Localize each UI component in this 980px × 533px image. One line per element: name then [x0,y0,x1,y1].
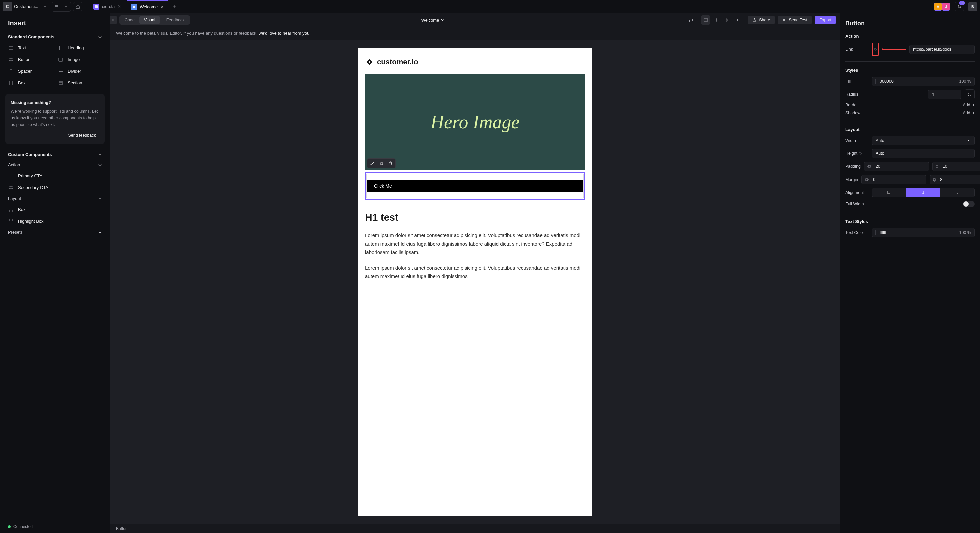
reset-indicator[interactable] [872,43,879,56]
expand-radius-icon[interactable] [965,89,975,99]
canvas-paragraph[interactable]: Lorem ipsum dolor sit amet consectetur a… [365,231,585,257]
component-text[interactable]: Text [5,42,55,54]
avatar-a[interactable]: A [934,3,942,11]
workspace-name[interactable]: Customer.i... [14,4,38,9]
export-button[interactable]: Export [815,16,836,24]
fill-input[interactable]: 100 % [872,77,975,86]
canvas-cta-button[interactable]: Click Me [367,180,583,192]
align-left[interactable] [872,188,906,197]
padding-h-input[interactable] [874,162,929,171]
component-heading[interactable]: Heading [55,42,105,54]
notifications-icon[interactable]: 19 [955,2,964,11]
cc-box[interactable]: Box [5,204,105,215]
send-feedback-link[interactable]: Send feedback › [11,132,99,139]
workspace-chevron-icon[interactable] [40,2,50,11]
custom-components-header[interactable]: Custom Components [0,149,110,160]
list-icon[interactable] [52,2,61,11]
align-right[interactable] [940,188,974,197]
home-icon[interactable] [73,2,82,11]
add-tab-icon[interactable]: + [170,2,179,11]
canvas-h1[interactable]: H1 test [365,212,585,223]
hero-image[interactable]: Hero Image [365,74,585,171]
fill-hex-input[interactable] [878,77,956,86]
svg-point-14 [727,20,728,21]
collapse-sidebar-icon[interactable] [110,16,117,24]
close-icon[interactable]: ✕ [160,4,164,10]
undo-icon[interactable] [676,15,685,25]
presets-group-header[interactable]: Presets [0,227,110,238]
workspace-badge[interactable]: C [3,2,12,11]
close-icon[interactable]: ✕ [117,4,121,9]
component-section[interactable]: Section [55,77,105,89]
properties-panel: Button Action Link Styles Fill 100 % Rad… [840,13,980,533]
component-button[interactable]: Button [5,54,55,65]
selected-element[interactable]: Click Me [365,172,585,200]
component-divider[interactable]: Divider [55,65,105,77]
section-label: Custom Components [8,152,52,157]
email-canvas[interactable]: customer.io Hero Image [358,48,592,516]
trash-icon[interactable] [386,159,395,168]
text-icon [8,46,14,50]
textcolor-hex-input[interactable] [878,228,956,237]
textcolor-input[interactable]: 100 % [872,228,975,238]
cc-secondary-cta[interactable]: Secondary CTA [5,182,105,193]
cc-primary-cta[interactable]: Primary CTA [5,170,105,182]
component-box[interactable]: Box [5,77,55,89]
tab-welcome[interactable]: Welcome ✕ [127,0,168,13]
component-spacer[interactable]: Spacer [5,65,55,77]
fullwidth-toggle[interactable] [963,201,975,207]
duplicate-icon[interactable] [377,159,386,168]
radius-input[interactable] [928,90,961,99]
width-select[interactable]: Auto [872,136,975,145]
add-border-button[interactable]: Add+ [963,103,975,107]
play-icon[interactable] [733,15,742,25]
doc-title[interactable]: Welcome [421,18,444,23]
canvas-scroll[interactable]: customer.io Hero Image [110,40,840,524]
component-label: Section [68,80,82,85]
std-components-header[interactable]: Standard Components [0,32,110,42]
sliders-icon[interactable] [722,15,732,25]
vertical-icon [930,176,939,184]
redo-icon[interactable] [686,15,696,25]
share-button[interactable]: Share [748,16,775,24]
radius-label: Radius [845,92,869,97]
button-label: Export [819,18,831,22]
component-image[interactable]: Image [55,54,105,65]
edit-icon[interactable] [368,159,377,168]
banner-link[interactable]: we'd love to hear from you! [259,31,311,36]
color-swatch [875,230,876,236]
link-input[interactable] [909,45,975,54]
textcolor-opacity[interactable]: 100 % [956,228,974,237]
padding-v-input[interactable] [941,162,980,171]
canvas-paragraph[interactable]: Lorem ipsum dolor sit amet consectetur a… [365,263,585,281]
svg-rect-19 [936,166,938,168]
section-label: Standard Components [8,34,54,39]
element-toolbar [367,158,396,168]
avatar-j[interactable]: J [942,3,950,11]
tab-visual[interactable]: Visual [139,16,160,24]
align-center[interactable] [906,188,940,197]
send-test-button[interactable]: Send Test [778,16,812,24]
fill-opacity[interactable]: 100 % [956,77,974,86]
add-shadow-button[interactable]: Add+ [963,111,975,115]
reset-icon[interactable] [859,152,862,155]
chevron-down-icon[interactable] [61,2,71,11]
svg-rect-9 [10,208,13,211]
user-avatar[interactable]: B [968,2,977,11]
action-group-header[interactable]: Action [0,160,110,170]
status-bar: Connected [0,520,110,533]
cc-highlight-box[interactable]: Highlight Box [5,215,105,227]
fill-label: Fill [845,79,869,84]
settings-icon[interactable] [712,15,721,25]
margin-v-input[interactable] [939,176,980,184]
margin-h-input[interactable] [872,176,926,184]
tab-cio-cta[interactable]: cio-cta ✕ [89,0,125,13]
tab-feedback[interactable]: Feedback [162,16,189,24]
gradient-icon[interactable] [701,15,710,25]
svg-rect-11 [704,18,707,22]
chevron-down-icon [98,153,102,157]
chevron-down-icon [98,197,102,201]
height-select[interactable]: Auto [872,149,975,158]
layout-group-header[interactable]: Layout [0,193,110,204]
tab-code[interactable]: Code [120,16,139,24]
